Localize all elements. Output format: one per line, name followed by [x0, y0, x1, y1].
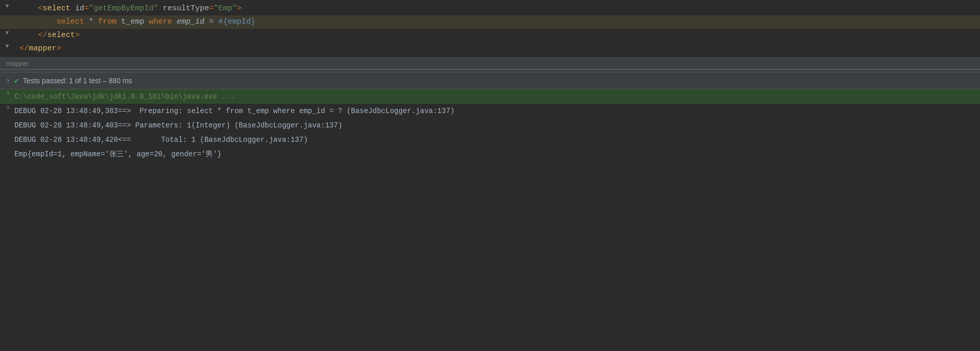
gutter-fold-1[interactable]: ▼	[0, 2, 15, 9]
sql-kw-from: from	[98, 17, 117, 26]
console-line-result: Emp{empId=1, empName='张三', age=20, gende…	[0, 147, 980, 161]
xml-close-bracket: >	[237, 4, 241, 13]
emp-result-text: Emp{empId=1, empName='张三', age=20, gende…	[12, 147, 223, 161]
sql-eq-sign: =	[209, 17, 218, 26]
xml-close-1: </	[20, 31, 47, 40]
sql-param: #{empId}	[218, 17, 255, 26]
code-line-4-content: </mapper>	[15, 42, 65, 56]
code-line-1-content: <select id="getEmpByEmpId" resultType="E…	[15, 2, 246, 15]
tests-passed-detail: 1 of 1 test – 880 ms	[69, 77, 132, 85]
code-line-3: ▼ </select>	[0, 29, 980, 42]
console-line-debug-2: DEBUG 02-28 13:48:49,403==> Parameters: …	[0, 118, 980, 133]
xml-tag-select-close: select	[47, 31, 75, 40]
xml-eq: =	[84, 4, 89, 13]
xml-val-result: "Emp"	[214, 4, 237, 13]
sidebar-s1: s	[4, 90, 12, 96]
debug-preparing-text: DEBUG 02-28 13:48:49,383==> Preparing: s…	[12, 104, 457, 118]
code-line-2: select * from t_emp where emp_id = #{emp…	[0, 15, 980, 29]
sql-star: *	[84, 17, 98, 26]
fold-icon-4[interactable]: ▼	[6, 43, 9, 49]
breadcrumb-bar: mapper	[0, 58, 980, 69]
java-exec-text: C:\code_soft\Java\jdk\jdk1.8.0_181\bin\j…	[12, 90, 236, 103]
tests-passed-label: Tests passed:	[23, 77, 69, 85]
sql-kw-select: select	[20, 17, 84, 26]
code-line-3-content: </select>	[15, 29, 84, 42]
editor-panel: ▼ <select id="getEmpByEmpId" resultType=…	[0, 0, 980, 161]
test-result-label: Tests passed: 1 of 1 test – 880 ms	[23, 77, 132, 85]
test-result-collapse-arrow[interactable]: ›	[6, 77, 10, 84]
code-line-1: ▼ <select id="getEmpByEmpId" resultType=…	[0, 2, 980, 15]
test-result-bar: › ✔ Tests passed: 1 of 1 test – 880 ms	[0, 72, 980, 89]
console-line-java: s C:\code_soft\Java\jdk\jdk1.8.0_181\bin…	[0, 89, 980, 104]
fold-icon-3[interactable]: ▼	[6, 30, 9, 36]
gutter-fold-4[interactable]: ▼	[0, 42, 15, 49]
xml-attr-id: id	[70, 4, 84, 13]
xml-close-bracket-4: >	[56, 44, 61, 53]
fold-icon-1[interactable]: ▼	[6, 3, 9, 9]
code-line-2-content: select * from t_emp where emp_id = #{emp…	[15, 15, 259, 29]
sql-column: emp_id	[172, 17, 209, 26]
code-area: ▼ <select id="getEmpByEmpId" resultType=…	[0, 0, 980, 58]
sidebar-s2: s	[4, 104, 12, 110]
test-passed-icon: ✔	[14, 76, 19, 86]
debug-total-text: DEBUG 02-28 13:48:49,420<== Total: 1 (Ba…	[12, 133, 310, 146]
xml-bracket: <	[20, 4, 43, 13]
xml-tag-mapper: mapper	[29, 44, 56, 53]
sql-table: t_emp	[117, 17, 149, 26]
xml-eq2: =	[209, 4, 214, 13]
console-line-debug-3: DEBUG 02-28 13:48:49,420<== Total: 1 (Ba…	[0, 133, 980, 147]
sql-kw-where: where	[149, 17, 172, 26]
xml-close-mapper: </	[20, 44, 29, 53]
code-line-4: ▼ </mapper>	[0, 42, 980, 56]
xml-attr-result: resultType	[158, 4, 209, 13]
console-line-debug-1: s DEBUG 02-28 13:48:49,383==> Preparing:…	[0, 104, 980, 118]
xml-tag-select: select	[43, 4, 70, 13]
gutter-fold-3[interactable]: ▼	[0, 29, 15, 36]
console-panel: s C:\code_soft\Java\jdk\jdk1.8.0_181\bin…	[0, 89, 980, 161]
debug-parameters-text: DEBUG 02-28 13:48:49,403==> Parameters: …	[12, 119, 345, 132]
breadcrumb-text: mapper	[6, 60, 29, 67]
gutter-2	[0, 15, 15, 16]
xml-val-id: "getEmpByEmpId"	[89, 4, 158, 13]
xml-close-bracket-3: >	[75, 31, 80, 40]
